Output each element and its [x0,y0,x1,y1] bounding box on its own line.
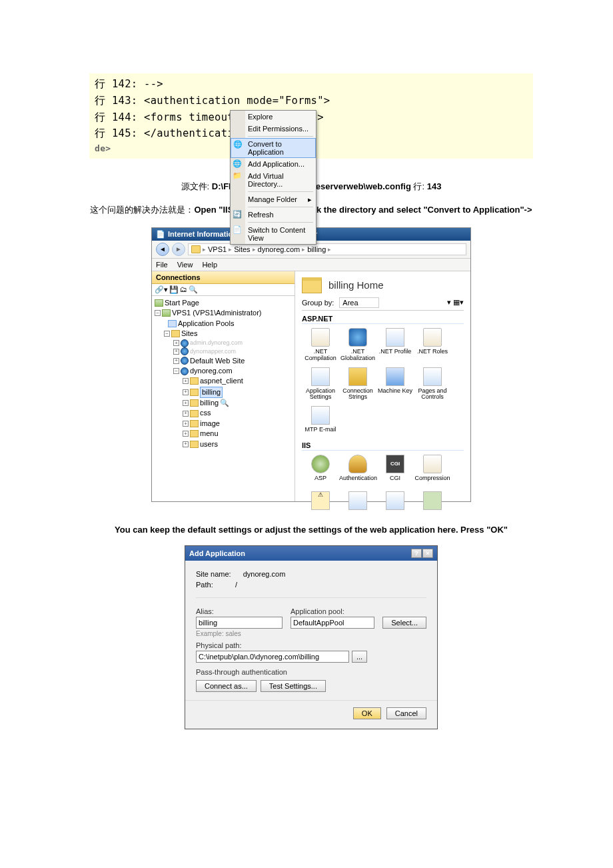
expand-icon[interactable]: + [183,421,189,427]
folder-icon: 📁 [233,171,242,181]
expand-icon[interactable]: + [183,441,189,447]
content-pane: billing Home Group by: Area ▾ ▦▾ ASP.NET… [295,271,470,501]
passthrough-label: Pass-through authentication [196,668,426,676]
expand-icon[interactable]: + [183,400,189,406]
select-button[interactable]: Select... [382,617,426,629]
context-menu[interactable]: Explore Edit Permissions... 🌐Convert to … [230,110,316,245]
search-icon: 🔍 [220,398,229,408]
ctx-convert-to-application[interactable]: 🌐Convert to Application [231,138,316,158]
folder-icon [190,441,199,448]
code-line: 行 142: --> [95,76,528,93]
menu-help[interactable]: Help [202,261,217,269]
stop-icon[interactable]: 🔍 [189,285,198,294]
feature-icon[interactable]: ASP [302,453,339,486]
feature-icon[interactable]: Connection Strings [339,366,376,405]
folder-icon [190,399,199,407]
close-button[interactable]: × [422,549,433,558]
menu-view[interactable]: View [177,261,193,269]
cancel-button[interactable]: Cancel [386,707,426,719]
connect-icon[interactable]: 🔗▾ [155,285,168,294]
menu-bar: File View Help [152,259,470,271]
feature-icon[interactable]: Compression [414,453,451,486]
breadcrumb[interactable]: ▸ VPS1▸ Sites▸ dynoreg.com▸ billing▸ [188,243,466,255]
folder-icon [190,410,199,417]
feature-icon[interactable]: .NET Profile [376,327,414,366]
ctx-refresh[interactable]: 🔄Refresh [231,209,316,221]
ctx-add-virtual-directory[interactable]: 📁Add Virtual Directory... [231,170,316,190]
feature-icon[interactable] [376,490,414,516]
apppool-label: Application pool: [291,607,374,615]
menu-file[interactable]: File [156,261,168,269]
feature-icon[interactable] [414,490,451,516]
feature-icon[interactable]: Authentication [339,453,376,486]
alias-hint: Example: sales [196,630,426,637]
expand-icon[interactable]: + [173,349,179,355]
refresh-icon: 🔄 [233,210,242,219]
expand-icon[interactable]: + [183,431,189,437]
dialog-titlebar[interactable]: Add Application ? × [185,546,437,561]
ctx-explore[interactable]: Explore [231,111,316,123]
connect-as-button[interactable]: Connect as... [196,680,257,692]
code-line: 行 143: <authentication mode="Forms"> [95,93,528,109]
ctx-add-application[interactable]: 🌐Add Application... [231,158,316,170]
browse-button[interactable]: ... [352,651,367,663]
expand-icon[interactable]: + [173,358,179,364]
iis-icons: ASP Authentication CGICGI Compression [302,453,464,486]
feature-icon[interactable]: .NET Globalization [339,327,376,366]
page-title: billing Home [302,275,464,297]
window-body: Connections 🔗▾ 💾 🗂 🔍 Start Page −VPS1 (V… [152,271,470,501]
add-application-dialog: Add Application ? × Site name: dynoreg.c… [185,545,438,729]
tree-node-selected[interactable]: billing [200,387,223,398]
feature-icon[interactable]: Application Settings [302,366,339,405]
expand-icon[interactable]: + [173,340,179,346]
feature-icon[interactable] [339,490,376,516]
folder-icon [190,377,199,385]
save-icon[interactable]: 💾 [169,285,179,294]
folder-icon [191,245,201,253]
feature-icon[interactable]: MTP E-mail [302,405,339,437]
feature-icon[interactable]: .NET Roles [414,327,451,366]
ctx-edit-permissions[interactable]: Edit Permissions... [231,123,316,135]
connections-toolbar: 🔗▾ 💾 🗂 🔍 [152,284,295,296]
view-toggle[interactable]: ▾ ▦▾ [447,298,464,307]
feature-icon[interactable]: ⚠ [302,490,339,516]
feature-icon[interactable]: .NET Compilation [302,327,339,366]
path-label: Path: [196,581,213,589]
globe-icon [181,367,189,375]
up-icon[interactable]: 🗂 [180,285,187,293]
dialog-footer: OK Cancel [185,700,437,729]
start-page-icon [155,299,163,307]
ctx-manage-folder[interactable]: Manage Folder▸ [231,193,316,205]
dialog-title: Add Application [189,549,245,557]
feature-icon[interactable]: Machine Key [376,366,414,405]
back-button[interactable]: ◄ [156,243,169,256]
tree-view[interactable]: Start Page −VPS1 (VPS1\Administrator) Ap… [152,296,295,501]
expand-icon[interactable]: + [183,411,189,417]
group-by-select[interactable]: Area [339,297,378,308]
collapse-icon[interactable]: − [155,310,161,316]
test-settings-button[interactable]: Test Settings... [261,680,326,692]
physical-path-input[interactable] [196,651,349,663]
collapse-icon[interactable]: − [173,368,179,374]
alias-input[interactable] [196,617,283,629]
apppool-icon [168,320,177,327]
folder-icon [302,277,322,293]
aspnet-icons: .NET Compilation .NET Globalization .NET… [302,327,464,437]
category-aspnet: ASP.NET [302,315,464,324]
ctx-switch-content-view[interactable]: 📄Switch to Content View [231,224,316,244]
alias-label: Alias: [196,607,283,615]
folder-icon [190,420,199,427]
forward-button[interactable]: ► [172,243,185,256]
ok-button[interactable]: OK [353,707,381,719]
help-button[interactable]: ? [411,549,422,558]
collapse-icon[interactable]: − [164,331,170,337]
connections-header: Connections [152,271,295,284]
content-icon: 📄 [233,225,242,235]
expand-icon[interactable]: + [183,378,189,384]
feature-icon[interactable]: CGICGI [376,453,414,486]
dialog-body: Site name: dynoreg.com Path: / Alias: Ap… [185,561,437,700]
feature-icon[interactable]: Pages and Controls [414,366,451,405]
category-iis: IIS [302,441,464,451]
iis-manager-window: 📄 Internet Information Services (IIS) Ma… [151,227,471,502]
expand-icon[interactable]: + [183,389,189,395]
